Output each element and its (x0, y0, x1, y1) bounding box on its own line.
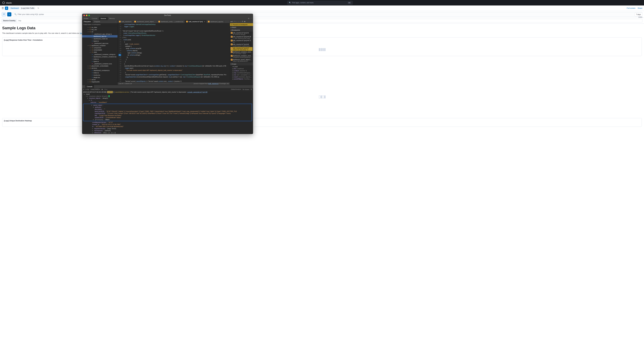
folder-node[interactable]: ▸🗀 placeholder_embeddable (82, 65, 118, 67)
window-controls[interactable] (84, 15, 90, 16)
maximize-icon[interactable] (88, 15, 90, 16)
minimize-icon[interactable] (86, 15, 88, 16)
file-node[interactable]: ▭ _dashboard_container.scss (82, 62, 118, 65)
code-editor[interactable]: 1718192021222324252627282930313233343536… (118, 23, 230, 82)
breakpoint-checkbox[interactable] (231, 36, 232, 38)
add-folder-button[interactable]: + Add folder to workspace (82, 23, 118, 26)
issues-badge[interactable]: No Issues (242, 88, 249, 90)
file-node[interactable]: ▭ dashboard_router.tsx (82, 38, 118, 40)
scope-variable[interactable]: ▸ result: {resolved_objects: Ar (230, 76, 252, 78)
breakpoint-item[interactable]: bulk_resolve.ts? [sm]:47return res.ok({ … (230, 47, 252, 51)
step-over-icon[interactable]: ↷ (234, 21, 236, 22)
tab-snippets[interactable]: Snippets (92, 20, 102, 23)
drawer-more-icon[interactable]: ⋮ (82, 85, 85, 88)
step-out-icon[interactable]: ↑ (238, 21, 239, 22)
breakpoint-checkbox[interactable] (231, 51, 232, 53)
file-node[interactable]: ▭ _dashboard_app.scss (82, 42, 118, 44)
drawer-tab-console[interactable]: Console (85, 85, 94, 88)
tab-memory[interactable]: Memory (108, 17, 116, 20)
folder-node[interactable]: ▸🗀 component (82, 47, 118, 49)
breakpoints-section-header[interactable]: ▾ Breakpoints (230, 29, 253, 32)
breadcrumb-current[interactable]: [Logs] Web Traffic (19, 7, 36, 10)
breakpoint-item[interactable]: dashboard_saved_object.ts? …return obj.a… (230, 58, 252, 62)
editor-tab[interactable]: dashboard_saved_object.… (133, 20, 157, 23)
breakpoint-checkbox[interactable] (231, 55, 232, 57)
editor-tab[interactable]: bulk_resolve.ts? [sm]× (185, 20, 206, 23)
file-node[interactable]: ▭ dashboard_constants.ts (82, 69, 118, 72)
console-filter-input[interactable]: Filter (104, 88, 108, 90)
editor-tab[interactable]: bulk_resolve.ts (118, 20, 133, 23)
deactivate-bp-icon[interactable]: ⦿ (242, 21, 243, 22)
folder-node[interactable]: ▾🗀 services (82, 67, 118, 69)
eye-icon[interactable]: ◉ (102, 88, 103, 90)
resume-icon[interactable]: ▶⏸ (231, 21, 233, 22)
file-tree[interactable]: ▸🗀 no_data▸🗀 top_nav▾🗀 url▭ _dashboard_a… (82, 26, 118, 85)
file-node[interactable]: ▭ _dashboard_container_strings.ts (82, 53, 118, 56)
folder-node[interactable]: ▾🗀 url (82, 31, 118, 33)
folder-node[interactable]: ▸🗀 top_nav (82, 28, 118, 31)
breakpoint-item[interactable]: bulk_resolve.ts? [sm]:46const result = a… (230, 43, 252, 47)
editor-tab[interactable]: dashboard_conta…r_renderer.tsx (157, 20, 185, 23)
filter-field-label[interactable]: Source Country (2, 19, 17, 22)
breakpoint-checkbox[interactable] (231, 59, 232, 60)
global-search-input[interactable]: 🔍 Find apps, content, and more. ⌘/ (287, 1, 353, 5)
scope-variable[interactable]: ▸ context: {resolve: f} (230, 70, 252, 72)
folder-node[interactable]: ▸🗀 server (82, 78, 118, 81)
elastic-logo[interactable]: elastic (2, 1, 12, 4)
file-node[interactable]: ▭ dashboard_app.tsx (82, 35, 118, 38)
breakpoint-checkbox[interactable] (231, 47, 232, 49)
scope-local-header[interactable]: ▾ Local (230, 66, 252, 68)
scope-section-header[interactable]: ▾ Scope (230, 63, 253, 65)
scope-variable[interactable]: ▸ res: {ok: f, accepted: f, noC (230, 74, 252, 76)
file-node[interactable]: ▭ plugin.tsx (82, 76, 118, 78)
console-output[interactable]: [2023-03-09T13:47:46.931+00:00][WARN ][s… (82, 91, 253, 129)
nav-toggle-icon[interactable]: ☰ (2, 7, 4, 10)
gear-icon[interactable]: ⚙ (250, 88, 252, 90)
breakpoint-checkbox[interactable] (231, 44, 232, 45)
watch-section-header[interactable]: ▸ Watch (230, 26, 253, 29)
editor-tab[interactable]: dashboard_app.tsx (206, 20, 225, 23)
scope-variable[interactable]: ▸ this: undefined (230, 68, 252, 70)
file-node[interactable]: ▭ mocks.tsx (82, 74, 118, 76)
data-view-button[interactable]: ⧩ (2, 12, 6, 16)
log-levels-select[interactable]: Default levels ▾ (231, 88, 241, 90)
space-badge[interactable]: D (5, 6, 8, 10)
more-icon[interactable]: ⋮ (250, 18, 252, 20)
more-icon[interactable]: ⋮ (115, 21, 116, 22)
breakpoint-item[interactable]: dashboard_container_rendere…let canceled… (230, 51, 252, 55)
file-node[interactable]: ▭ _dashboard_app_strings.ts (82, 33, 118, 35)
breakpoint-item[interactable]: dashboard_container_rendere…container.re… (230, 55, 252, 58)
tab-profiler[interactable]: Profiler (82, 17, 90, 20)
recently-viewed-icon[interactable]: ↻ (38, 7, 39, 9)
scope-variable[interactable]: ▸ savedObjects: CoreSavedO (230, 78, 252, 80)
pause-exceptions-icon[interactable]: ⏹ (244, 21, 246, 22)
breadcrumb-dashboard[interactable]: Dashboard (9, 7, 20, 10)
folder-node[interactable]: ▸🗀 no_data (82, 26, 118, 28)
breakpoint-checkbox[interactable] (231, 32, 232, 34)
time-range-right[interactable]: 7 days (634, 12, 642, 16)
gear-icon[interactable]: ⚙ (248, 18, 249, 20)
file-node[interactable]: ▭ dashboard_container_renderer.tsx (82, 56, 118, 58)
share-link[interactable]: Share (638, 7, 642, 9)
file-node[interactable]: ▭ index.ts (82, 58, 118, 60)
file-node[interactable]: ▭ types.ts (82, 60, 118, 62)
devtools-titlebar[interactable]: DevTools (82, 14, 253, 17)
file-node[interactable]: ▭ index.ts (82, 72, 118, 74)
context-top[interactable]: ▸ top (86, 88, 89, 90)
tab-console[interactable]: Console (90, 17, 99, 20)
fullscreen-link[interactable]: Full screen (627, 7, 636, 9)
step-icon[interactable]: → (240, 21, 241, 22)
file-node[interactable]: ▭ types.ts (82, 40, 118, 42)
close-icon[interactable]: × (204, 21, 205, 22)
clear-console-icon[interactable]: ⊘ (83, 88, 84, 90)
tab-filesystem[interactable]: Filesystem (82, 20, 92, 23)
breakpoint-checkbox[interactable] (231, 40, 232, 42)
folder-node[interactable]: ▸🗀 state (82, 51, 118, 53)
add-filter-button[interactable]: ＋ (7, 12, 12, 16)
tab-sources[interactable]: Sources (99, 17, 108, 20)
context-node[interactable]: node[13609] ▾ (90, 88, 100, 90)
folder-node[interactable]: ▾🗀 dashboard_container (82, 44, 118, 47)
scope-variable[interactable]: ▸ req: CoreKibanaRequest {id: ' (230, 72, 252, 74)
close-icon[interactable] (84, 15, 85, 16)
step-into-icon[interactable]: ↓ (236, 21, 237, 22)
